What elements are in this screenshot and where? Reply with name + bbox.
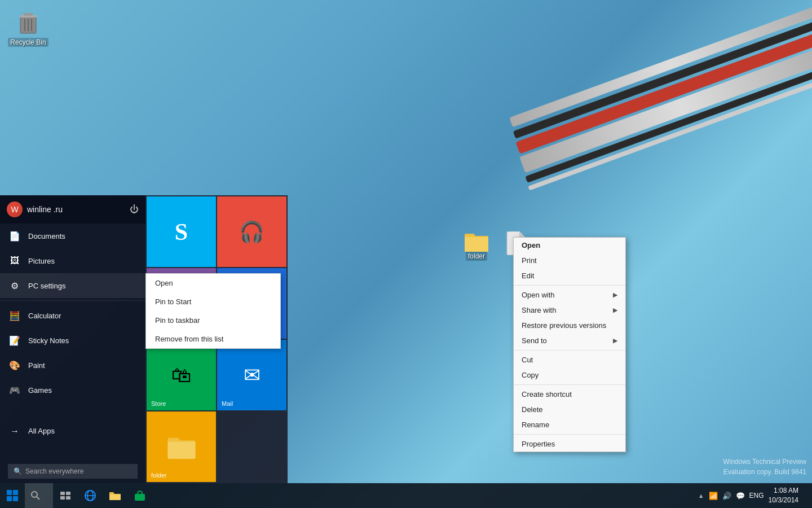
ctx-sep1: [514, 285, 625, 286]
desktop-folder-label: folder: [466, 252, 487, 261]
ctx-send-to[interactable]: Send to ▶: [514, 333, 625, 348]
mail-label: Mail: [222, 400, 233, 407]
ie-button[interactable]: [78, 483, 103, 508]
context-menu: Open Print Edit Open with ▶ Share with ▶…: [513, 237, 626, 452]
tile-folder[interactable]: folder: [147, 411, 216, 482]
sidebar-item-sticky-notes[interactable]: 📝 Sticky Notes: [0, 328, 145, 353]
pc-settings-submenu: Open Pin to Start Pin to taskbar Remove …: [145, 273, 281, 349]
svg-rect-19: [109, 494, 121, 500]
desktop-folder-icon[interactable]: folder: [454, 231, 499, 261]
watermark: Windows Technical Preview Evaluation cop…: [723, 457, 806, 477]
user-avatar: W: [7, 202, 23, 217]
ctx-rename[interactable]: Rename: [514, 417, 625, 432]
svg-rect-20: [135, 494, 145, 501]
ctx-sep4: [514, 434, 625, 435]
ctx-delete[interactable]: Delete: [514, 402, 625, 417]
taskbar-search[interactable]: [25, 483, 53, 508]
svg-rect-2: [24, 13, 33, 16]
svg-line-11: [37, 497, 39, 500]
sidebar-item-documents[interactable]: 📄 Documents: [0, 224, 145, 248]
ctx-cut[interactable]: Cut: [514, 352, 625, 367]
svg-rect-6: [7, 490, 12, 495]
file-explorer-button[interactable]: [103, 483, 127, 508]
ctx-create-shortcut[interactable]: Create shortcut: [514, 387, 625, 402]
language-indicator[interactable]: ENG: [749, 492, 764, 500]
submenu-remove[interactable]: Remove from this list: [146, 330, 280, 348]
all-apps-icon: →: [8, 424, 21, 438]
share-with-arrow: ▶: [613, 306, 617, 314]
start-menu-left: W winline .ru ⏻ 📄 Documents 🖼 Pictures ⚙…: [0, 195, 145, 483]
tray-expand[interactable]: ▲: [698, 492, 704, 499]
games-icon: 🎮: [8, 383, 21, 397]
tile-store[interactable]: 🛍 Store: [147, 340, 216, 410]
svg-rect-8: [7, 496, 12, 501]
clock-date: 10/3/2014: [769, 496, 798, 505]
settings-icon: ⚙: [8, 279, 21, 292]
svg-rect-13: [66, 492, 70, 495]
svg-rect-7: [13, 490, 18, 495]
sidebar-item-paint[interactable]: 🎨 Paint: [0, 353, 145, 378]
taskbar: ▲ 📶 🔊 💬 ENG 1:08 AM 10/3/2014: [0, 483, 812, 508]
sidebar-item-pc-settings[interactable]: ⚙ PC settings Open Pin to Start Pin to t…: [0, 273, 145, 298]
desktop: Recycle Bin folder W winline .ru: [0, 0, 812, 508]
ctx-properties[interactable]: Properties: [514, 436, 625, 452]
submenu-pin-start[interactable]: Pin to Start: [146, 292, 280, 311]
search-box[interactable]: 🔍 Search everywhere: [8, 464, 138, 479]
watermark-line2: Evaluation copy. Build 9841: [723, 467, 806, 477]
watermark-line1: Windows Technical Preview: [723, 457, 806, 467]
svg-rect-9: [13, 496, 18, 501]
ctx-edit[interactable]: Edit: [514, 268, 625, 283]
calculator-icon: 🧮: [8, 309, 21, 322]
submenu-pin-taskbar[interactable]: Pin to taskbar: [146, 311, 280, 330]
store-taskbar-button[interactable]: [127, 483, 152, 508]
ctx-sep2: [514, 350, 625, 351]
recycle-bin-label: Recycle Bin: [8, 38, 48, 47]
sidebar-item-pictures[interactable]: 🖼 Pictures: [0, 248, 145, 273]
search-footer: 🔍 Search everywhere: [0, 459, 145, 483]
start-button[interactable]: [0, 483, 25, 508]
pictures-icon: 🖼: [8, 254, 21, 268]
open-with-arrow: ▶: [613, 291, 617, 299]
svg-rect-12: [60, 492, 65, 495]
username-label: winline .ru: [27, 205, 63, 214]
search-icon: 🔍: [14, 467, 22, 475]
ctx-copy[interactable]: Copy: [514, 367, 625, 383]
ctx-sep3: [514, 384, 625, 385]
start-user[interactable]: W winline .ru: [7, 202, 63, 217]
start-header: W winline .ru ⏻: [0, 195, 145, 224]
separator: [0, 300, 145, 301]
ctx-open-with[interactable]: Open with ▶: [514, 287, 625, 303]
tile-skype[interactable]: S: [147, 196, 216, 267]
task-view-button[interactable]: [53, 483, 78, 508]
submenu-open[interactable]: Open: [146, 274, 280, 292]
send-to-arrow: ▶: [613, 337, 617, 344]
tray-network-icon[interactable]: 📶: [709, 492, 718, 500]
all-apps-item[interactable]: → All Apps: [0, 419, 145, 444]
ctx-open[interactable]: Open: [514, 238, 625, 253]
paint-icon: 🎨: [8, 358, 21, 372]
start-menu: W winline .ru ⏻ 📄 Documents 🖼 Pictures ⚙…: [0, 195, 288, 483]
sticky-notes-icon: 📝: [8, 334, 21, 347]
folder-tile-label: folder: [151, 472, 167, 479]
ctx-print[interactable]: Print: [514, 253, 625, 268]
svg-rect-14: [60, 496, 65, 500]
svg-rect-15: [66, 496, 70, 500]
clock[interactable]: 1:08 AM 10/3/2014: [769, 486, 798, 505]
svg-point-10: [32, 492, 37, 497]
taskbar-right: ▲ 📶 🔊 💬 ENG 1:08 AM 10/3/2014: [698, 485, 812, 506]
sidebar-item-games[interactable]: 🎮 Games: [0, 378, 145, 402]
ctx-share-with[interactable]: Share with ▶: [514, 303, 625, 318]
documents-icon: 📄: [8, 229, 21, 243]
ctx-restore-prev[interactable]: Restore previous versions: [514, 318, 625, 333]
tile-mail[interactable]: ✉ Mail: [217, 340, 286, 410]
power-button[interactable]: ⏻: [130, 204, 139, 214]
tray-volume-icon[interactable]: 🔊: [722, 492, 731, 500]
store-label: Store: [151, 400, 166, 407]
recycle-bin-icon[interactable]: Recycle Bin: [6, 8, 51, 47]
sidebar-item-calculator[interactable]: 🧮 Calculator: [0, 303, 145, 328]
show-desktop-button[interactable]: [803, 485, 806, 506]
tile-music[interactable]: 🎧: [217, 196, 286, 267]
clock-time: 1:08 AM: [769, 486, 798, 496]
tray-action-center-icon[interactable]: 💬: [736, 492, 745, 500]
